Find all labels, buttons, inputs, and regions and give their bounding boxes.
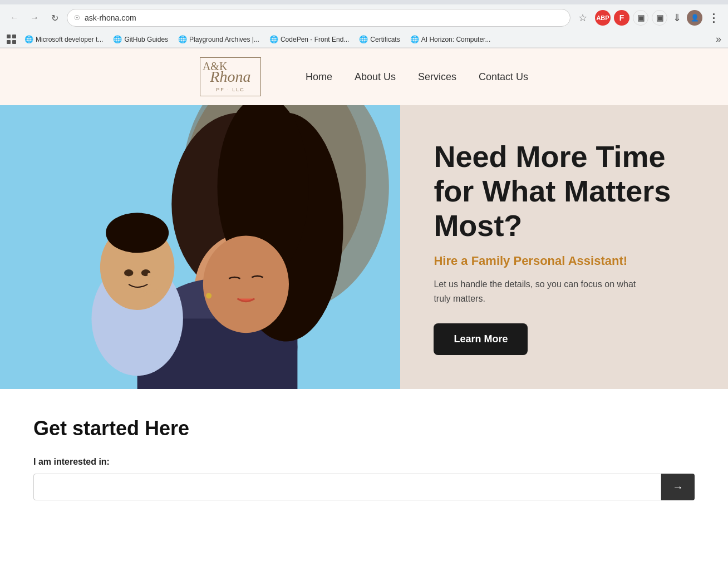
hero-description: Let us handle the details, so you can fo… [434, 277, 645, 306]
browser-controls: ← → ↻ ☉ ask-rhona.com ☆ ABP F ▣ ▣ ⇓ 👤 ⋮ [0, 4, 728, 31]
get-started-section: Get started Here I am interested in: → [0, 389, 728, 517]
logo: A&K Rhona PF · LLC [200, 57, 261, 96]
website-content: A&K Rhona PF · LLC Home About Us Service… [0, 48, 728, 517]
svg-point-9 [106, 213, 169, 253]
browser-extensions: ABP F ▣ ▣ ⇓ 👤 ⋮ [595, 9, 721, 27]
site-header: A&K Rhona PF · LLC Home About Us Service… [0, 48, 728, 105]
logo-box: A&K Rhona PF · LLC [200, 57, 261, 96]
bookmark-label: Playground Archives |... [189, 36, 259, 43]
hero-title: Need More Time for What Matters Most? [434, 139, 700, 243]
globe-icon: 🌐 [359, 35, 368, 43]
hero-image-placeholder [0, 105, 400, 389]
svg-rect-16 [147, 273, 151, 286]
bookmark-playground[interactable]: 🌐 Playground Archives |... [174, 34, 264, 45]
svg-point-14 [203, 235, 289, 333]
svg-point-10 [124, 269, 133, 276]
bookmark-ms-dev[interactable]: 🌐 Microsoft developer t... [20, 34, 107, 45]
globe-icon: 🌐 [178, 35, 187, 43]
bookmarks-more-button[interactable]: » [716, 33, 721, 45]
nav-contact[interactable]: Contact Us [479, 71, 528, 83]
f-extension-icon[interactable]: F [614, 10, 629, 26]
hero-section: Need More Time for What Matters Most? Hi… [0, 105, 728, 389]
forward-button[interactable]: → [27, 10, 42, 26]
globe-icon: 🌐 [410, 35, 419, 43]
hero-subtitle: Hire a Family Personal Assistant! [434, 254, 700, 268]
site-nav: Home About Us Services Contact Us [306, 71, 528, 83]
bookmarks-bar: 🌐 Microsoft developer t... 🌐 GitHub Guid… [0, 31, 728, 48]
interested-submit-button[interactable]: → [661, 474, 695, 500]
bookmark-label: Microsoft developer t... [36, 36, 103, 43]
user-avatar[interactable]: 👤 [687, 10, 702, 26]
bookmark-label: AI Horizon: Computer... [421, 36, 491, 43]
hero-content: Need More Time for What Matters Most? Hi… [400, 105, 728, 389]
download-icon[interactable]: ⇓ [671, 9, 683, 26]
interested-input-row: → [33, 474, 695, 500]
bookmark-label: CodePen - Front End... [281, 36, 349, 43]
url-text: ask-rhona.com [85, 13, 136, 22]
bookmark-star-button[interactable]: ☆ [575, 10, 591, 26]
learn-more-button[interactable]: Learn More [434, 323, 528, 355]
tab-bar [0, 0, 728, 4]
apps-grid-icon[interactable] [7, 35, 17, 45]
get-started-title: Get started Here [33, 417, 695, 440]
interested-input[interactable] [33, 474, 661, 500]
bookmark-label: GitHub Guides [124, 36, 168, 43]
bookmark-github[interactable]: 🌐 GitHub Guides [109, 34, 173, 45]
svg-point-17 [206, 293, 211, 298]
bookmark-ai-horizon[interactable]: 🌐 AI Horizon: Computer... [406, 34, 495, 45]
address-bar[interactable]: ☉ ask-rhona.com [67, 9, 570, 27]
interested-label: I am interested in: [33, 457, 695, 467]
menu-icon[interactable]: ⋮ [706, 9, 721, 27]
reload-button[interactable]: ↻ [47, 10, 62, 26]
bookmark-label: Certificats [370, 36, 400, 43]
nav-home[interactable]: Home [306, 71, 332, 83]
browser-chrome: ← → ↻ ☉ ask-rhona.com ☆ ABP F ▣ ▣ ⇓ 👤 ⋮ … [0, 0, 728, 48]
back-button[interactable]: ← [7, 10, 22, 26]
adblock-plus-icon[interactable]: ABP [595, 10, 611, 26]
puzzle-extension-icon[interactable]: ▣ [652, 10, 667, 26]
bookmark-codepen[interactable]: 🌐 CodePen - Front End... [265, 34, 353, 45]
nav-services[interactable]: Services [418, 71, 456, 83]
grid-extension-icon[interactable]: ▣ [633, 10, 648, 26]
security-icon: ☉ [74, 14, 80, 22]
bookmark-certificats[interactable]: 🌐 Certificats [355, 34, 404, 45]
hero-image [0, 105, 400, 389]
logo-ak-text: A&K [203, 60, 227, 73]
globe-icon: 🌐 [24, 35, 33, 43]
nav-about[interactable]: About Us [355, 71, 396, 83]
logo-subtitle-text: PF · LLC [200, 87, 260, 92]
globe-icon: 🌐 [269, 35, 278, 43]
globe-icon: 🌐 [113, 35, 122, 43]
